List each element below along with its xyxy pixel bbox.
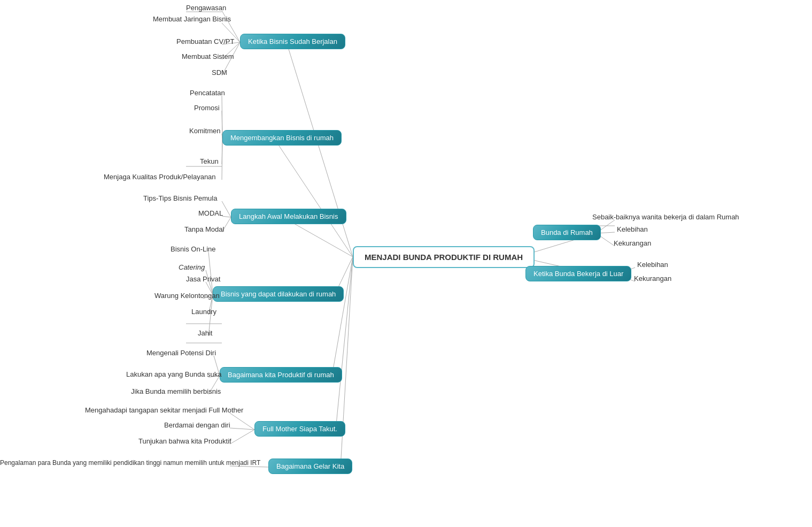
label-kekurangan-bunda-luar: Kekurangan [634, 274, 671, 282]
label-warung-kelontongan: Warung Kelontongan [154, 292, 220, 300]
svg-line-4 [332, 257, 353, 376]
svg-line-20 [208, 252, 213, 295]
label-promosi: Promosi [194, 104, 220, 112]
box-ketika-bisnis[interactable]: Ketika Bisnis Sudah Berjalan [240, 34, 345, 49]
label-modal: MODAL [198, 209, 223, 217]
label-tunjukan-produktif: Tunjukan bahwa kita Produktif [138, 437, 231, 445]
svg-line-1 [274, 139, 353, 257]
label-tips-tips: Tips-Tips Bisnis Pemula [143, 194, 217, 202]
box-full-mother[interactable]: Full Mother Siapa Takut. [254, 421, 345, 437]
box-bunda-rumah[interactable]: Bunda di Rumah [533, 225, 601, 240]
label-jika-bunda-berbisnis: Jika Bunda memilih berbisnis [131, 387, 221, 395]
box-mengembangkan-bisnis[interactable]: Mengembangkan Bisnis di rumah [222, 130, 342, 146]
label-lakukan-apa: Lakukan apa yang Bunda suka [126, 370, 222, 378]
box-produktif-rumah[interactable]: Bagaimana kita Produktif di rumah [220, 367, 342, 383]
label-membuat-jaringan: Membuat Jaringan Bisnis [153, 15, 231, 23]
label-komitmen: Komitmen [189, 127, 221, 135]
svg-line-0 [287, 42, 353, 257]
box-bunda-luar[interactable]: Ketika Bunda Bekerja di Luar [525, 266, 631, 281]
label-menjaga-kualitas: Menjaga Kualitas Produk/Pelayanan [104, 173, 216, 181]
label-sebaik-baiknya: Sebaik-baiknya wanita bekerja di dalam R… [592, 213, 739, 221]
label-tekun: Tekun [200, 157, 219, 165]
label-catering: Catering [179, 263, 205, 271]
svg-line-29 [230, 413, 254, 430]
svg-line-17 [222, 201, 231, 217]
label-kelebihan-bunda-luar: Kelebihan [637, 261, 668, 269]
label-tanpa-modal: Tanpa Modal [184, 225, 224, 233]
box-langkah-awal[interactable]: Langkah Awal Melakukan Bisnis [231, 209, 346, 224]
label-pencatatan: Pencatatan [190, 89, 225, 97]
box-bisnis-rumah[interactable]: Bisnis yang dapat dilakukan di rumah [213, 286, 344, 302]
label-pengawasan: Pengawasan [186, 4, 226, 12]
label-membuat-sistem: Membuat Sistem [182, 52, 234, 60]
svg-line-31 [230, 430, 254, 444]
svg-line-16 [222, 139, 222, 180]
label-pembuatan-cv: Pembuatan CV/PT [176, 37, 234, 45]
label-mengahadapi-tangapan: Mengahadapi tangapan sekitar menjadi Ful… [85, 406, 243, 414]
box-bagaimana-gelar[interactable]: Bagaimana Gelar Kita [268, 459, 352, 474]
main-node: MENJADI BUNDA PRODUKTIF DI RUMAH [353, 246, 535, 268]
svg-line-30 [230, 428, 254, 430]
label-kelebihan-bunda-rumah: Kelebihan [617, 225, 648, 233]
label-jahit: Jahit [198, 329, 212, 337]
label-berdamai-diri: Berdamai dengan diri [164, 421, 230, 429]
svg-line-18 [222, 216, 231, 217]
label-mengenali-potensi: Mengenali Potensi Diri [146, 349, 216, 357]
mind-map-canvas: MENJADI BUNDA PRODUKTIF DI RUMAH Ketika … [0, 0, 812, 527]
label-laundry: Laundry [191, 308, 216, 316]
label-kekurangan-bunda-rumah: Kekurangan [614, 239, 651, 247]
label-pengalaman-bunda: Pengalaman para Bunda yang memiliki pend… [0, 459, 260, 467]
svg-line-5 [336, 257, 353, 430]
label-bisnis-online: Bisnis On-Line [171, 245, 216, 253]
label-jasa-privat: Jasa Privat [186, 275, 220, 283]
label-sdm: SDM [212, 68, 227, 77]
